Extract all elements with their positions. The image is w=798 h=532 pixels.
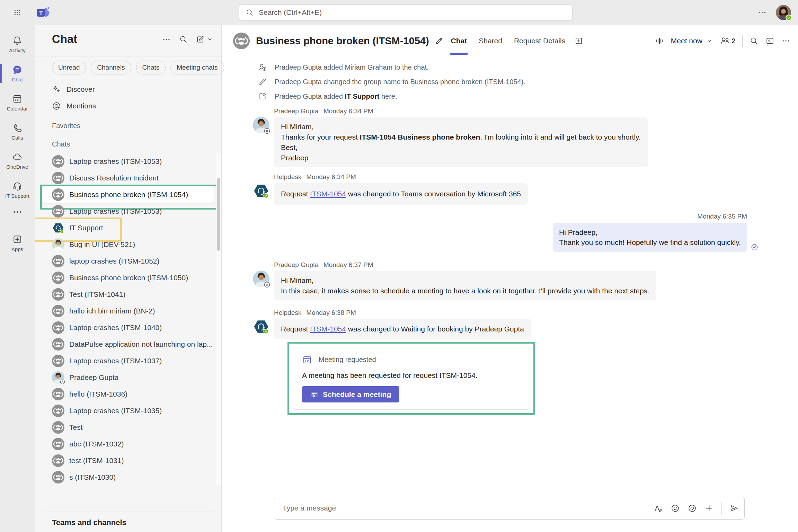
chat-more-icon[interactable] bbox=[781, 36, 790, 45]
helpdesk-bot-avatar bbox=[253, 183, 269, 199]
rail-more-icon[interactable] bbox=[0, 204, 35, 220]
send-icon[interactable] bbox=[729, 504, 739, 513]
chat-list-item[interactable]: Discuss Resolution Incident bbox=[42, 170, 214, 186]
section-chats[interactable]: Chats bbox=[52, 140, 70, 148]
chat-list-item[interactable]: IT Support bbox=[42, 220, 214, 236]
chat-list-item[interactable]: test (ITSM-1031) bbox=[42, 452, 214, 469]
chat-list-item[interactable]: Bug in UI (DEV-521) bbox=[42, 236, 214, 253]
filter-unread[interactable]: Unread bbox=[52, 61, 86, 74]
chat-list-item[interactable]: Test bbox=[42, 419, 214, 436]
message-author: Helpdesk bbox=[274, 309, 301, 317]
sidebar-item-mentions[interactable]: Mentions bbox=[44, 98, 214, 114]
meet-now-waveform-icon bbox=[655, 36, 664, 45]
chat-list-item[interactable]: hello (ITSM-1036) bbox=[42, 386, 214, 402]
chat-avatar bbox=[52, 305, 64, 317]
chat-avatar bbox=[52, 188, 64, 201]
format-icon[interactable] bbox=[654, 504, 663, 513]
sidebar-item-discover[interactable]: Discover bbox=[44, 81, 214, 98]
chat-icon bbox=[12, 64, 23, 75]
filter-chats[interactable]: Chats bbox=[136, 61, 166, 74]
chat-avatar bbox=[52, 355, 64, 367]
meet-now-button[interactable]: Meet now bbox=[671, 37, 713, 45]
request-link[interactable]: ITSM-1054 bbox=[310, 190, 346, 198]
chat-search-icon[interactable] bbox=[750, 36, 759, 45]
chat-tabs: Chat Shared Request Details bbox=[451, 25, 566, 57]
chat-avatar bbox=[52, 321, 64, 334]
rail-item-apps[interactable]: Apps bbox=[0, 229, 35, 258]
tab-shared[interactable]: Shared bbox=[479, 25, 502, 57]
chat-filters: Unread Channels Chats Meeting chats bbox=[52, 61, 224, 74]
message-group: Pradeep GuptaMonday 6:34 PM Hi Miriam, T… bbox=[253, 107, 747, 167]
user-avatar[interactable] bbox=[776, 5, 791, 20]
loop-icon[interactable] bbox=[688, 504, 697, 513]
chat-item-label: Business phone broken (ITSM-1054) bbox=[69, 190, 188, 199]
schedule-meeting-button[interactable]: Schedule a meeting bbox=[302, 386, 399, 402]
chat-item-label: Laptop crashes (ITSM-1040) bbox=[69, 323, 162, 332]
message-bubble: Hi Miriam, In this case, it makes sense … bbox=[274, 271, 656, 300]
message-author: Helpdesk bbox=[274, 173, 301, 181]
chat-list-item[interactable]: Laptop crashes (ITSM-1053) bbox=[42, 203, 214, 220]
app-launcher-icon[interactable] bbox=[11, 6, 24, 19]
sidebar-scrollbar[interactable] bbox=[216, 153, 221, 485]
tab-request-details[interactable]: Request Details bbox=[514, 25, 565, 57]
chat-list-item[interactable]: Laptop crashes (ITSM-1035) bbox=[42, 402, 214, 419]
participant-count: 2 bbox=[732, 37, 735, 45]
chat-item-label: test (ITSM-1031) bbox=[69, 456, 124, 465]
sidebar-title: Chat bbox=[52, 33, 77, 46]
filter-meeting-chats[interactable]: Meeting chats bbox=[170, 61, 224, 74]
add-tab-icon[interactable] bbox=[574, 36, 583, 45]
message-input[interactable] bbox=[283, 504, 654, 512]
chat-header: Business phone broken (ITSM-1054) Chat S… bbox=[222, 25, 798, 57]
chat-list-item[interactable]: Test (ITSM-1041) bbox=[42, 286, 214, 303]
message-bubble: Request ITSM-1054 was changed to Waiting… bbox=[274, 319, 531, 339]
attach-plus-icon[interactable] bbox=[704, 504, 714, 513]
group-avatar bbox=[233, 33, 250, 49]
message-group: HelpdeskMonday 6:34 PM Request ITSM-1054… bbox=[253, 173, 747, 205]
rail-item-activity[interactable]: Activity bbox=[0, 30, 35, 59]
chat-list-item[interactable]: abc (ITSM-1032) bbox=[42, 436, 214, 452]
new-chat-button[interactable] bbox=[196, 35, 213, 44]
rail-item-it-support[interactable]: IT Support bbox=[0, 175, 35, 204]
section-favorites[interactable]: Favorites bbox=[52, 122, 80, 130]
filter-channels[interactable]: Channels bbox=[91, 61, 131, 74]
app-rail: Activity Chat Calendar Calls OneDrive IT… bbox=[0, 25, 35, 532]
chat-item-label: Business phone broken (ITSM-1050) bbox=[69, 274, 188, 282]
teams-and-channels-link[interactable]: Teams and channels bbox=[52, 518, 126, 527]
meeting-card-body: A meeting has been requested for request… bbox=[302, 371, 521, 380]
emoji-icon[interactable] bbox=[671, 504, 680, 513]
rename-chat-icon[interactable] bbox=[435, 37, 443, 45]
rail-item-calls[interactable]: Calls bbox=[0, 117, 35, 146]
divider bbox=[742, 35, 743, 47]
chat-avatar bbox=[52, 255, 64, 267]
people-icon bbox=[720, 36, 730, 46]
chat-list-item[interactable]: DataPulse application not launching on l… bbox=[42, 336, 214, 353]
chat-list-item[interactable]: Business phone broken (ITSM-1050) bbox=[42, 269, 214, 286]
chat-list-item[interactable]: s (ITSM-1030) bbox=[42, 469, 214, 485]
rail-item-onedrive[interactable]: OneDrive bbox=[0, 146, 35, 175]
open-pane-icon[interactable] bbox=[765, 36, 774, 45]
chat-list-item[interactable]: Laptop crashes (ITSM-1037) bbox=[42, 353, 214, 369]
tab-chat[interactable]: Chat bbox=[451, 25, 467, 57]
message-bubble: Hi Miriam, Thanks for your request ITSM-… bbox=[274, 117, 648, 167]
calendar-icon bbox=[302, 354, 312, 365]
search-input[interactable] bbox=[259, 8, 566, 17]
sidebar-more-icon[interactable] bbox=[162, 35, 171, 44]
chat-avatar bbox=[52, 272, 64, 284]
chat-list-item[interactable]: laptop crashes (ITSM-1052) bbox=[42, 253, 214, 269]
rail-item-calendar[interactable]: Calendar bbox=[0, 88, 35, 117]
topbar-more-icon[interactable] bbox=[758, 8, 767, 17]
message-author: Pradeep Gupta bbox=[274, 261, 319, 269]
request-link[interactable]: ITSM-1054 bbox=[310, 325, 346, 333]
chat-list-item[interactable]: Pradeep Gupta bbox=[42, 369, 214, 386]
sidebar-search-icon[interactable] bbox=[179, 35, 188, 44]
chevron-down-icon bbox=[207, 36, 213, 42]
helpdesk-bot-avatar bbox=[253, 318, 269, 335]
participants-button[interactable]: 2 bbox=[720, 36, 735, 46]
chat-list-item[interactable]: Laptop crashes (ITSM-1053) bbox=[42, 153, 214, 170]
chat-item-label: IT Support bbox=[69, 224, 103, 232]
chat-list-item[interactable]: Business phone broken (ITSM-1054) bbox=[42, 186, 214, 203]
chat-list-item[interactable]: hallo ich bin miriam (BN-2) bbox=[42, 303, 214, 319]
chat-list-item[interactable]: Laptop crashes (ITSM-1040) bbox=[42, 319, 214, 336]
chat-avatar bbox=[52, 155, 64, 168]
rail-item-chat[interactable]: Chat bbox=[0, 59, 35, 88]
